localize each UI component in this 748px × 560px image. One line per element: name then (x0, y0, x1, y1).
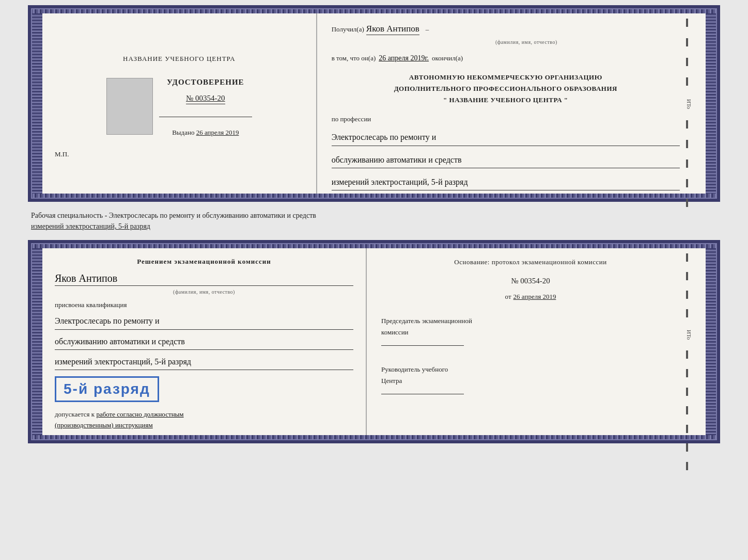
photo-placeholder (106, 78, 153, 135)
date-line-bottom: от 26 апреля 2019 (381, 293, 680, 301)
profession-label-top: по профессии (332, 115, 680, 123)
bottom-document: Решением экзаменационной комиссии Яков А… (28, 240, 720, 443)
cert-number: № 00354-20 (186, 94, 225, 104)
allowed-handwritten: работе согласно должностным (96, 410, 183, 418)
ito-mark-bottom: ИТо (686, 330, 692, 340)
qual-line2: обслуживанию автоматики и средств (55, 334, 353, 350)
org-block: АВТОНОМНУЮ НЕКОММЕРЧЕСКУЮ ОРГАНИЗАЦИЮ ДО… (332, 72, 680, 106)
doc-number-bottom: № 00354-20 (381, 277, 680, 285)
bottom-left-panel: Решением экзаменационной комиссии Яков А… (42, 243, 367, 440)
bottom-right-panel: Основание: протокол экзаменационной коми… (367, 243, 706, 440)
top-document: НАЗВАНИЕ УЧЕБНОГО ЦЕНТРА УДОСТОВЕРЕНИЕ №… (28, 5, 720, 202)
instructions-handwritten: (производственным) инструкциям (55, 421, 153, 429)
completed-date: 26 апреля 2019г. (379, 54, 429, 62)
received-line: Получил(а) Яков Антипов – (332, 24, 680, 35)
chair-line2: комиссии (381, 327, 680, 338)
right-decorative-lines: ИТо (686, 19, 692, 207)
received-label: Получил(а) (332, 25, 364, 34)
school-name-left: НАЗВАНИЕ УЧЕБНОГО ЦЕНТРА (123, 54, 235, 64)
cert-issued: Выдано 26 апреля 2019 (172, 129, 239, 137)
leader-signature-line (381, 394, 464, 394)
chair-line1: Председатель экзаменационной (381, 315, 680, 327)
allowed-label: допускается к (55, 410, 95, 418)
completed-label: окончил(а) (432, 54, 463, 62)
org-line3: " НАЗВАНИЕ УЧЕБНОГО ЦЕНТРА " (332, 94, 680, 106)
basis-label: Основание: протокол экзаменационной коми… (381, 257, 680, 268)
qualification-label: присвоена квалификация (55, 301, 353, 309)
in-that-line: в том, что он(а) 26 апреля 2019г. окончи… (332, 54, 680, 62)
bottom-right-strip (706, 243, 717, 440)
person-name-top: Яков Антипов (366, 24, 419, 35)
profession-line3-top: измерений электростанций, 5-й разряд (332, 174, 680, 190)
middle-line2: измерений электростанций, 5-й разряд (31, 221, 717, 232)
date-prefix: от (505, 293, 511, 301)
bottom-doc-bottom-texture (31, 435, 717, 440)
issued-date: 26 апреля 2019 (196, 129, 239, 136)
ito-mark-top-right: ИТо (686, 99, 692, 109)
qual-line1: Электрослесарь по ремонту и (55, 313, 353, 329)
chair-signature-line (381, 345, 464, 346)
rank-badge-text: 5-й разряд (64, 381, 150, 397)
date-value-bottom: 26 апреля 2019 (513, 293, 556, 301)
center-leader-block: Руководитель учебного Центра (381, 364, 680, 398)
middle-line1: Рабочая специальность - Электрослесарь п… (31, 210, 717, 221)
bottom-texture (31, 194, 717, 199)
fio-subtext-bottom: (фамилия, имя, отчество) (55, 289, 353, 295)
top-left-panel: НАЗВАНИЕ УЧЕБНОГО ЦЕНТРА УДОСТОВЕРЕНИЕ №… (42, 8, 317, 199)
fio-subtext-top: (фамилия, имя, отчество) (373, 39, 680, 45)
person-name-bottom: Яков Антипов (55, 273, 353, 286)
allowed-block: допускается к работе согласно должностны… (55, 409, 353, 431)
decision-text: Решением экзаменационной комиссии (55, 257, 353, 267)
leader-line2: Центра (381, 375, 680, 387)
in-that-label: в том, что он(а) (332, 54, 376, 62)
org-line2: ДОПОЛНИТЕЛЬНОГО ПРОФЕССИОНАЛЬНОГО ОБРАЗО… (332, 83, 680, 94)
left-decorative-strip (31, 8, 42, 199)
middle-text-block: Рабочая специальность - Электрослесарь п… (28, 208, 720, 234)
cert-title: УДОСТОВЕРЕНИЕ (167, 78, 244, 87)
rank-badge: 5-й разряд (55, 376, 159, 402)
right-decorative-strip (706, 8, 717, 199)
leader-line1: Руководитель учебного (381, 364, 680, 375)
org-line1: АВТОНОМНУЮ НЕКОММЕРЧЕСКУЮ ОРГАНИЗАЦИЮ (332, 72, 680, 83)
profession-line2-top: обслуживанию автоматики и средств (332, 152, 680, 168)
profession-line1-top: Электрослесарь по ремонту и (332, 130, 680, 146)
commission-chair-block: Председатель экзаменационной комиссии (381, 315, 680, 349)
bottom-left-strip (31, 243, 42, 440)
qual-line3: измерений электростанций, 5-й разряд (55, 354, 353, 370)
mp-label: М.П. (55, 150, 69, 158)
top-right-panel: Получил(а) Яков Антипов – (фамилия, имя,… (317, 8, 706, 199)
